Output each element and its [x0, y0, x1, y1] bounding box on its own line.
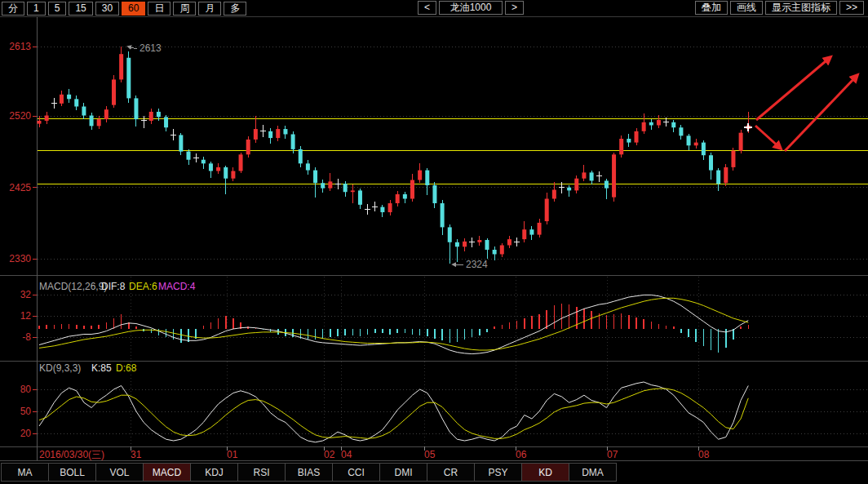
- macd-header: MACD(12,26,9)DIF:8DEA:6MACD:4: [39, 281, 196, 292]
- toolbar-right-group: 叠加 画线 显示主图指标 >>: [695, 1, 866, 15]
- svg-text:31: 31: [131, 449, 142, 460]
- tab-rsi[interactable]: RSI: [237, 463, 286, 482]
- svg-text:D:68: D:68: [116, 362, 137, 374]
- tab-ma[interactable]: MA: [1, 463, 49, 482]
- overlay-button[interactable]: 叠加: [695, 1, 728, 15]
- price-annotations: 26132324: [128, 42, 488, 270]
- period-button-60[interactable]: 60: [122, 2, 145, 16]
- svg-text:K:85: K:85: [91, 362, 112, 374]
- tab-macd[interactable]: MACD: [143, 463, 191, 482]
- svg-text:80: 80: [20, 384, 32, 395]
- tab-vol[interactable]: VOL: [95, 463, 144, 482]
- svg-text:32: 32: [20, 289, 32, 300]
- draw-line-button[interactable]: 画线: [730, 1, 763, 15]
- tab-kd[interactable]: KD: [521, 463, 569, 482]
- macd-panel: 3212-8: [20, 289, 868, 353]
- period-button-group: 分15153060日周月多: [2, 2, 249, 16]
- tab-boll[interactable]: BOLL: [48, 463, 96, 482]
- tab-bias[interactable]: BIAS: [285, 463, 333, 482]
- tab-cci[interactable]: CCI: [332, 463, 380, 482]
- symbol-nav: < 龙油1000 >: [418, 1, 526, 15]
- svg-text:01: 01: [227, 449, 238, 460]
- more-toolbar-button[interactable]: >>: [839, 1, 864, 15]
- last-price-cross: [744, 123, 752, 131]
- prev-symbol-button[interactable]: <: [418, 1, 436, 15]
- period-button-1[interactable]: 1: [27, 2, 46, 16]
- svg-text:2425: 2425: [9, 182, 31, 193]
- svg-text:07: 07: [607, 449, 618, 460]
- period-button-分[interactable]: 分: [2, 2, 24, 16]
- trend-arrows-annotation: [755, 57, 857, 151]
- period-button-多[interactable]: 多: [224, 2, 246, 16]
- svg-text:04: 04: [341, 449, 352, 460]
- period-button-30[interactable]: 30: [95, 2, 119, 16]
- toolbar: 分15153060日周月多 < 龙油1000 > 叠加 画线 显示主图指标 >>: [0, 0, 868, 17]
- svg-text:MACD(12,26,9): MACD(12,26,9): [39, 281, 107, 292]
- svg-text:2324: 2324: [466, 259, 488, 270]
- candlestick-series: [38, 47, 751, 264]
- date-axis: 2016/03/30(三)3101020405060708: [39, 446, 710, 460]
- tab-dmi[interactable]: DMI: [379, 463, 427, 482]
- tab-psy[interactable]: PSY: [474, 463, 522, 482]
- svg-text:MACD:4: MACD:4: [158, 281, 196, 292]
- main-chart-panel: 2613252024252330: [9, 41, 868, 264]
- period-button-月[interactable]: 月: [198, 2, 221, 16]
- kd-panel: 805020: [20, 382, 868, 442]
- chart-canvas[interactable]: 2613252024252330261323243212-8MACD(12,26…: [0, 17, 868, 460]
- indicator-tabbar: MABOLLVOLMACDKDJRSIBIASCCIDMICRPSYKDDMA: [0, 460, 868, 483]
- period-button-日[interactable]: 日: [148, 2, 170, 16]
- svg-text:2613: 2613: [140, 42, 162, 54]
- svg-text:02: 02: [324, 449, 335, 460]
- svg-text:08: 08: [698, 449, 710, 460]
- tab-kdj[interactable]: KDJ: [190, 463, 238, 482]
- svg-text:2016/03/30(三): 2016/03/30(三): [39, 449, 104, 460]
- svg-text:50: 50: [20, 406, 32, 417]
- trading-app: 分15153060日周月多 < 龙油1000 > 叠加 画线 显示主图指标 >>…: [0, 0, 868, 484]
- period-button-周[interactable]: 周: [173, 2, 196, 16]
- kd-header: KD(9,3,3)K:85D:68: [39, 362, 137, 374]
- svg-text:2613: 2613: [9, 41, 31, 52]
- svg-text:05: 05: [424, 449, 436, 460]
- svg-text:2330: 2330: [9, 253, 31, 264]
- next-symbol-button[interactable]: >: [505, 1, 524, 15]
- svg-text:DEA:6: DEA:6: [129, 281, 157, 292]
- tab-cr[interactable]: CR: [427, 463, 475, 482]
- tab-dma[interactable]: DMA: [569, 463, 617, 482]
- svg-text:20: 20: [20, 428, 32, 439]
- svg-text:KD(9,3,3): KD(9,3,3): [39, 362, 81, 374]
- svg-text:06: 06: [516, 449, 527, 460]
- svg-text:DIF:8: DIF:8: [101, 281, 126, 292]
- show-main-indicator-button[interactable]: 显示主图指标: [765, 1, 837, 15]
- period-button-15[interactable]: 15: [69, 2, 92, 16]
- symbol-name-box[interactable]: 龙油1000: [439, 1, 503, 15]
- svg-text:-8: -8: [22, 331, 31, 343]
- period-button-5[interactable]: 5: [48, 2, 67, 16]
- svg-text:2520: 2520: [9, 110, 31, 122]
- svg-text:12: 12: [20, 310, 32, 322]
